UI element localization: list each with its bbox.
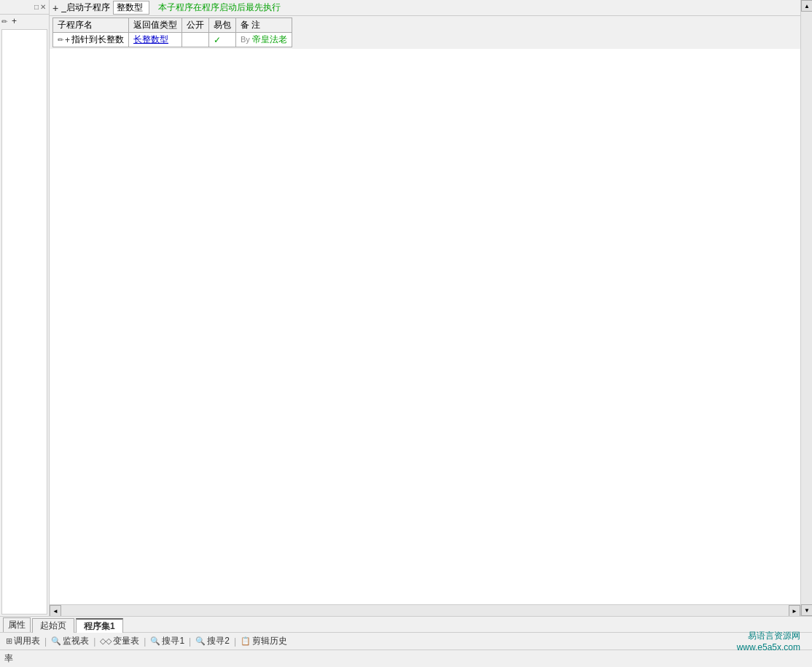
attr-label: 属性 (8, 619, 26, 631)
toolbar-monitor[interactable]: 🔍 监视表 (48, 633, 92, 649)
by-label: By (241, 35, 250, 44)
search1-label: 搜寻1 (162, 635, 184, 647)
row-tool-icon: ✏ (58, 36, 63, 44)
sidebar-close-btn[interactable]: □ (34, 3, 39, 11)
sep2: | (93, 636, 95, 647)
row-return-type: 长整数型 (129, 33, 182, 47)
subprogram-name: _启动子程序 (61, 1, 110, 14)
sidebar-add-btn[interactable]: + (12, 16, 17, 26)
row-easy-pack: ✓ (209, 33, 236, 47)
subprogram-header: + _启动子程序 整数型 本子程序在程序启动后最先执行 (50, 0, 800, 16)
row-tools-cell: ✏ + 指针到长整数 (53, 33, 129, 47)
search1-icon: 🔍 (150, 636, 160, 646)
status-text: 率 (4, 652, 13, 665)
row-note: By 帝皇法老 (236, 33, 292, 47)
sub-table: 子程序名 返回值类型 公开 易包 备 注 ✏ + (52, 17, 292, 47)
clipboard-label: 剪辑历史 (252, 635, 287, 647)
left-sidebar: □ ✕ ✏ + (0, 0, 50, 616)
v-scrollbar: ▲ ▼ (800, 0, 812, 616)
col-header-return-type: 返回值类型 (129, 18, 182, 33)
row-add-btn[interactable]: + (65, 35, 70, 45)
clipboard-icon: 📋 (241, 636, 251, 646)
author-link[interactable]: 帝皇法老 (252, 34, 287, 44)
sidebar-tools: ✏ + (0, 15, 49, 28)
bottom-toolbar: ⊞ 调用表 | 🔍 监视表 | ◇◇ 变量表 | 🔍 搜寻1 | 🔍 搜寻2 |… (0, 632, 812, 650)
tab-start-label: 起始页 (40, 620, 66, 632)
sidebar-tool-pencil[interactable]: ✏ (1, 17, 7, 26)
v-scroll-up[interactable]: ▲ (801, 0, 812, 12)
toolbar-variables[interactable]: ◇◇ 变量表 (97, 633, 142, 649)
col-header-easy-pack: 易包 (209, 18, 236, 33)
sep3: | (144, 636, 146, 647)
right-content: + _启动子程序 整数型 本子程序在程序启动后最先执行 子程序名 返回值类型 公… (50, 0, 800, 616)
tab-bar: 属性 起始页 程序集1 (0, 616, 812, 632)
checkmark-icon: ✓ (214, 35, 221, 45)
header-note: 本子程序在程序启动后最先执行 (158, 1, 281, 14)
table-area: 子程序名 返回值类型 公开 易包 备 注 ✏ + (50, 16, 800, 49)
sidebar-top-bar: □ ✕ (0, 0, 49, 15)
calltable-label: 调用表 (14, 635, 40, 647)
tab-attr[interactable]: 属性 (3, 617, 31, 632)
return-type-link[interactable]: 长整数型 (133, 34, 168, 44)
code-area[interactable] (50, 49, 800, 604)
sidebar-close-x[interactable]: ✕ (40, 3, 46, 11)
toolbar-calltable[interactable]: ⊞ 调用表 (3, 633, 43, 649)
v-scroll-down[interactable]: ▼ (801, 604, 812, 616)
search2-icon: 🔍 (195, 636, 206, 646)
toolbar-clipboard[interactable]: 📋 剪辑历史 (238, 633, 290, 649)
row-public (182, 33, 209, 47)
col-header-public: 公开 (182, 18, 209, 33)
calltable-icon: ⊞ (6, 636, 12, 646)
col-header-note: 备 注 (236, 18, 292, 33)
monitor-label: 监视表 (63, 635, 89, 647)
sidebar-content (1, 29, 47, 615)
status-bar: 率 (0, 650, 812, 667)
row-name: 指针到长整数 (71, 34, 124, 46)
row-tools: ✏ + 指针到长整数 (58, 34, 124, 46)
scroll-left-arrow[interactable]: ◄ (50, 605, 61, 616)
sep4: | (189, 636, 191, 647)
sep1: | (44, 636, 47, 647)
col-header-name: 子程序名 (53, 18, 129, 33)
variables-label: 变量表 (113, 635, 139, 647)
search2-label: 搜寻2 (207, 635, 230, 647)
header-add-btn[interactable]: + (52, 2, 58, 14)
toolbar-search2[interactable]: 🔍 搜寻2 (192, 633, 233, 649)
main-area: □ ✕ ✏ + + _启动子程序 整数型 本子程序在程序启动后最先执行 (0, 0, 812, 616)
monitor-icon: 🔍 (51, 636, 61, 646)
variables-icon: ◇◇ (100, 636, 112, 646)
tab-program-set1-label: 程序集1 (84, 620, 115, 633)
table-row: ✏ + 指针到长整数 长整数型 ✓ (53, 33, 292, 47)
tab-program-set1[interactable]: 程序集1 (76, 618, 123, 633)
app-container: □ ✕ ✏ + + _启动子程序 整数型 本子程序在程序启动后最先执行 (0, 0, 812, 667)
return-type-box[interactable]: 整数型 (113, 1, 149, 15)
scroll-track[interactable] (61, 605, 789, 616)
toolbar-search1[interactable]: 🔍 搜寻1 (147, 633, 187, 649)
tab-start-page[interactable]: 起始页 (32, 618, 74, 633)
sep5: | (234, 636, 236, 647)
scroll-right-arrow[interactable]: ► (789, 605, 800, 616)
v-scroll-track[interactable] (801, 12, 812, 604)
h-scrollbar: ◄ ► (50, 604, 800, 616)
